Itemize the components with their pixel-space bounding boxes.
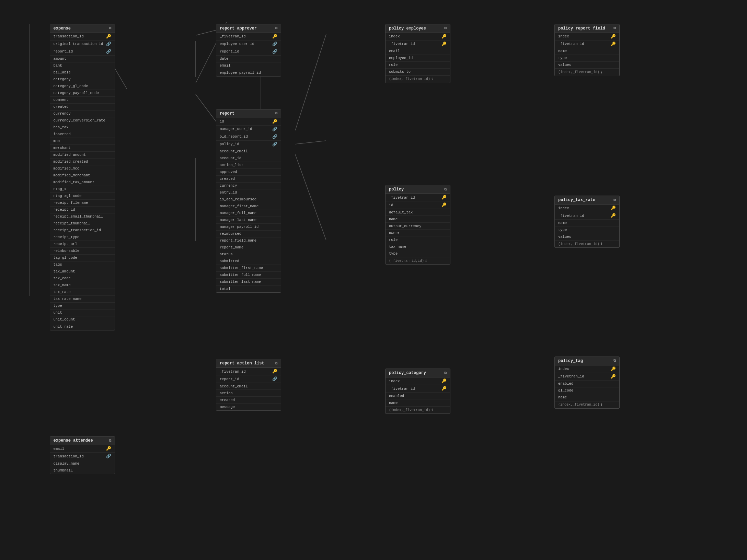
- external-link-icon-report[interactable]: ⧉: [275, 112, 277, 115]
- table-header-policy_employee: policy_employee⧉: [386, 24, 450, 33]
- foreign-key-icon-expense_attendee-transaction_id: 🔗: [106, 454, 111, 459]
- external-link-icon-expense_attendee[interactable]: ⧉: [109, 439, 111, 443]
- table-name-report: report: [220, 111, 234, 116]
- field-row-policy-owner: owner: [386, 230, 450, 236]
- field-row-policy_category-_fivetran_id: _fivetran_id🔑: [386, 385, 450, 393]
- external-link-icon-policy[interactable]: ⧉: [444, 188, 447, 191]
- field-name-report_approver-date: date: [220, 57, 277, 61]
- info-icon-policy_tag[interactable]: ℹ: [601, 403, 602, 407]
- field-name-expense-created: created: [54, 105, 111, 109]
- field-name-policy_tax_rate-_fivetran_id: _fivetran_id: [558, 214, 609, 218]
- field-row-expense-tax_rate_name: tax_rate_name: [50, 296, 115, 303]
- field-name-expense_attendee-email: email: [54, 447, 104, 451]
- field-row-expense-receipt_thumbnail: receipt_thumbnail: [50, 220, 115, 227]
- table-policy_report_field: policy_report_field⧉index🔑_fivetran_id🔑n…: [554, 24, 620, 76]
- field-row-report_action_list-account_email: account_email: [216, 383, 281, 390]
- field-row-policy_tag-gl_code: gl_code: [555, 387, 619, 394]
- field-row-expense-modified_merchant: modified_merchant: [50, 172, 115, 179]
- table-report_approver: report_approver⧉_fivetran_id🔑employee_us…: [216, 24, 281, 77]
- external-link-icon-expense[interactable]: ⧉: [109, 26, 111, 30]
- field-name-expense-inserted: inserted: [54, 132, 111, 136]
- field-row-report-submitted: submitted: [216, 258, 281, 265]
- field-row-policy_tag-index: index🔑: [555, 365, 619, 373]
- external-link-icon-report_action_list[interactable]: ⧉: [275, 362, 277, 365]
- field-row-policy-name: name: [386, 216, 450, 223]
- field-name-expense-category: category: [54, 77, 111, 81]
- table-header-policy_report_field: policy_report_field⧉: [555, 24, 619, 33]
- field-name-policy_tag-enabled: enabled: [558, 382, 616, 386]
- field-name-report_approver-employee_user_id: employee_user_id: [220, 42, 271, 46]
- field-name-policy-role: role: [389, 238, 447, 242]
- field-name-report-manager_user_id: manager_user_id: [220, 127, 271, 131]
- field-row-report-account_id: account_id: [216, 155, 281, 162]
- table-name-policy_employee: policy_employee: [389, 26, 426, 31]
- table-policy_category: policy_category⧉index🔑_fivetran_id🔑enabl…: [385, 369, 450, 414]
- external-link-icon-policy_report_field[interactable]: ⧉: [613, 26, 616, 30]
- info-icon-policy[interactable]: ℹ: [425, 259, 427, 263]
- footer-text-policy_tag: (index,_fivetran_id): [558, 403, 599, 407]
- field-row-report-manager_full_name: manager_full_name: [216, 210, 281, 217]
- table-footer-policy_tax_rate: (index,_fivetran_id) ℹ: [555, 240, 619, 247]
- foreign-key-icon-expense-original_transaction_id: 🔗: [106, 42, 111, 47]
- field-name-expense-receipt_url: receipt_url: [54, 242, 111, 246]
- info-icon-policy_tax_rate[interactable]: ℹ: [601, 242, 602, 246]
- info-icon-policy_category[interactable]: ℹ: [432, 408, 433, 412]
- field-name-expense-ntag_x: ntag_x: [54, 187, 111, 191]
- field-row-policy_report_field-_fivetran_id: _fivetran_id🔑: [555, 40, 619, 48]
- field-name-expense-category_payroll_code: category_payroll_code: [54, 91, 111, 95]
- primary-key-icon-policy_report_field-_fivetran_id: 🔑: [611, 42, 616, 47]
- field-row-expense-category_gl_code: category_gl_code: [50, 83, 115, 90]
- field-name-report-id: id: [220, 119, 271, 124]
- table-header-policy_tag: policy_tag⧉: [555, 357, 619, 365]
- field-name-report-old_report_id: old_report_id: [220, 135, 271, 139]
- footer-text-policy_employee: (index,_fivetran_id): [389, 77, 430, 81]
- primary-key-icon-policy_tag-index: 🔑: [611, 366, 616, 372]
- field-row-report-entry_id: entry_id: [216, 189, 281, 196]
- external-link-icon-policy_employee[interactable]: ⧉: [444, 26, 447, 30]
- field-name-report-manager_first_name: manager_first_name: [220, 204, 277, 208]
- table-name-report_approver: report_approver: [220, 26, 257, 31]
- field-row-report_action_list-message: message: [216, 404, 281, 410]
- info-icon-policy_report_field[interactable]: ℹ: [601, 70, 602, 74]
- field-row-expense-tag_gl_code: tag_gl_code: [50, 255, 115, 261]
- info-icon-policy_employee[interactable]: ℹ: [432, 77, 433, 81]
- foreign-key-icon-report_approver-employee_user_id: 🔗: [272, 42, 277, 47]
- field-row-report_action_list-created: created: [216, 397, 281, 404]
- field-row-policy-tax_name: tax_name: [386, 243, 450, 250]
- table-name-policy: policy: [389, 187, 404, 192]
- field-name-report-submitter_last_name: submitter_last_name: [220, 280, 277, 284]
- field-row-report_action_list-report_id: report_id🔗: [216, 375, 281, 383]
- external-link-icon-report_approver[interactable]: ⧉: [275, 26, 277, 30]
- table-name-policy_tag: policy_tag: [558, 359, 583, 363]
- footer-text-policy: (_fivetran_id,id): [389, 259, 424, 263]
- external-link-icon-policy_tag[interactable]: ⧉: [613, 359, 616, 363]
- primary-key-icon-policy_category-index: 🔑: [441, 378, 447, 384]
- field-row-expense-tax_code: tax_code: [50, 275, 115, 282]
- field-name-report-report_name: report_name: [220, 245, 277, 249]
- field-name-expense-reimbursable: reimbursable: [54, 249, 111, 253]
- field-name-policy-type: type: [389, 252, 447, 256]
- field-name-policy_tax_rate-name: name: [558, 221, 616, 225]
- field-name-report_approver-_fivetran_id: _fivetran_id: [220, 34, 271, 38]
- field-row-expense-unit_rate: unit_rate: [50, 323, 115, 330]
- field-name-report-total: total: [220, 287, 277, 291]
- external-link-icon-policy_tax_rate[interactable]: ⧉: [613, 198, 616, 202]
- field-name-policy-tax_name: tax_name: [389, 245, 447, 249]
- table-footer-policy: (_fivetran_id,id) ℹ: [386, 257, 450, 264]
- field-row-policy_employee-role: role: [386, 62, 450, 69]
- field-name-report_approver-report_id: report_id: [220, 49, 271, 54]
- field-name-expense-report_id: report_id: [54, 49, 104, 54]
- field-row-policy_tax_rate-index: index🔑: [555, 205, 619, 212]
- primary-key-icon-policy_report_field-index: 🔑: [611, 34, 616, 39]
- field-name-policy_employee-email: email: [389, 49, 447, 53]
- field-row-report-id: id🔑: [216, 118, 281, 126]
- table-header-expense: expense⧉: [50, 24, 115, 33]
- table-footer-policy_employee: (index,_fivetran_id) ℹ: [386, 75, 450, 83]
- external-link-icon-policy_category[interactable]: ⧉: [444, 371, 447, 375]
- field-row-policy_employee-email: email: [386, 48, 450, 55]
- field-row-policy-output_currency: output_currency: [386, 223, 450, 230]
- field-row-policy_employee-_fivetran_id: _fivetran_id🔑: [386, 40, 450, 48]
- field-row-policy_tag-name: name: [555, 394, 619, 401]
- field-name-expense-currency: currency: [54, 112, 111, 116]
- field-name-expense-receipt_transaction_id: receipt_transaction_id: [54, 228, 111, 232]
